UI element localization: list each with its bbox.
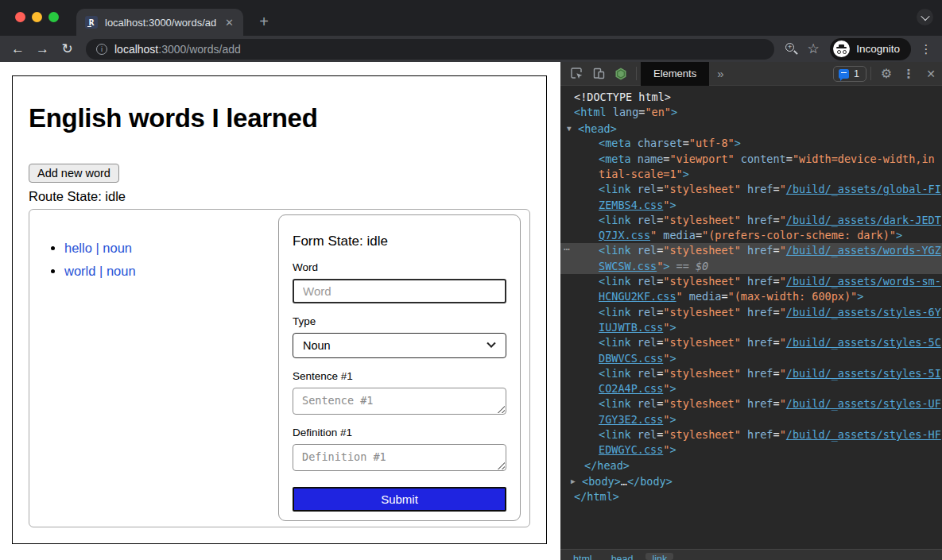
tab-title: localhost:3000/words/add [105, 17, 216, 29]
code-line[interactable]: ▶<body>…</body> [560, 473, 942, 489]
sentence-label: Sentence #1 [293, 370, 506, 382]
code-line[interactable]: <link rel="stylesheet" href="/build/_ass… [560, 213, 942, 228]
route-state-text: Route State: idle [29, 189, 530, 204]
issues-counter[interactable]: 1 [833, 66, 866, 82]
line-options-icon[interactable]: ⋯ [564, 241, 571, 257]
browser-toolbar: ← → ↻ i localhost:3000/words/add + ☆ Inc… [0, 36, 942, 62]
devtools-code: <!DOCTYPE html><html lang="en">▼<head><m… [560, 86, 942, 549]
code-line[interactable]: EDWGYC.css"> [560, 442, 942, 458]
chevron-down-icon [487, 339, 495, 348]
code-line[interactable]: SWCSW.css"> == $0 [560, 259, 942, 274]
magnifier-glass-icon: + [785, 43, 794, 52]
code-line[interactable]: <link rel="stylesheet" href="/build/_ass… [560, 274, 942, 289]
words-container: hello | nounworld | noun Form State: idl… [29, 209, 530, 527]
breadcrumb-item-link[interactable]: link [645, 553, 673, 560]
minimize-window-button[interactable] [32, 12, 42, 22]
code-line[interactable]: </html> [560, 489, 942, 504]
type-select[interactable]: Noun [293, 333, 506, 358]
zoom-icon[interactable]: + [782, 41, 800, 57]
sentence-textarea[interactable] [293, 388, 506, 415]
tab-search-button[interactable] [917, 9, 933, 25]
browser-menu-icon[interactable]: ⋮ [917, 42, 935, 56]
code-line[interactable]: <link rel="stylesheet" href="/build/_ass… [560, 366, 942, 381]
type-select-value: Noun [303, 339, 331, 352]
code-line[interactable]: DBWVCS.css"> [560, 351, 942, 366]
settings-gear-icon[interactable]: ⚙ [875, 64, 897, 84]
code-line[interactable]: <link rel="stylesheet" href="/build/_ass… [560, 396, 942, 411]
word-input[interactable] [293, 279, 506, 303]
incognito-icon [833, 41, 850, 57]
code-line[interactable]: <!DOCTYPE html> [560, 90, 942, 105]
url-path: :3000/words/add [158, 43, 241, 56]
devtools-breadcrumb: htmlheadlink [560, 549, 942, 560]
bookmark-star-icon[interactable]: ☆ [803, 41, 824, 57]
separator [870, 67, 871, 80]
forward-button[interactable]: → [32, 41, 53, 57]
code-line[interactable]: HCNGU2KF.css" media="(max-width: 600px)"… [560, 289, 942, 304]
code-line[interactable]: <meta name="viewport" content="width=dev… [560, 152, 942, 167]
inspect-element-icon[interactable] [565, 64, 587, 84]
devtools-menu-icon[interactable]: ⋮ [897, 64, 920, 84]
code-line[interactable]: </head> [560, 458, 942, 473]
devtools-toolbar: Elements » 1 ⚙ ⋮ ✕ [560, 62, 942, 86]
words-list: hello | nounworld | noun [29, 241, 136, 527]
code-line[interactable]: ▼<head> [560, 121, 942, 137]
breadcrumb-item-head[interactable]: head [605, 553, 640, 560]
tab-elements[interactable]: Elements [641, 62, 709, 86]
nodejs-icon[interactable] [610, 64, 632, 84]
code-line[interactable]: CO2A4P.css"> [560, 381, 942, 396]
url-host: localhost [114, 43, 158, 56]
word-list-item: hello | noun [64, 241, 136, 256]
code-line[interactable]: <link rel="stylesheet" href="/build/_ass… [560, 427, 942, 442]
incognito-badge[interactable]: Incognito [830, 38, 911, 60]
add-word-form: Form State: idle Word Type Noun Sentence… [278, 214, 521, 521]
device-toolbar-icon[interactable] [587, 64, 610, 84]
magnifier-handle-icon [793, 50, 798, 55]
url-text: localhost:3000/words/add [114, 43, 241, 56]
code-line[interactable]: ZEMBS4.css"> [560, 198, 942, 213]
word-list-item: world | noun [64, 264, 136, 279]
close-devtools-icon[interactable]: ✕ [920, 64, 942, 84]
code-line[interactable]: <link rel="stylesheet" href="/build/_ass… [560, 335, 942, 350]
fullscreen-window-button[interactable] [48, 12, 59, 22]
remix-favicon-icon: R [85, 16, 98, 29]
issues-count: 1 [854, 68, 859, 79]
devtools-panel: Elements » 1 ⚙ ⋮ ✕ <!DOCTYPE html><html … [560, 62, 942, 560]
code-line[interactable]: <link rel="stylesheet" href="/build/_ass… [560, 305, 942, 320]
word-label: Word [293, 261, 506, 273]
site-info-icon[interactable]: i [96, 44, 107, 55]
separator [636, 67, 637, 80]
more-tabs-icon[interactable]: » [709, 67, 731, 80]
new-tab-button[interactable]: + [254, 13, 273, 31]
close-window-button[interactable] [15, 12, 25, 22]
code-line[interactable]: <html lang="en"> [560, 105, 942, 120]
web-page: English words I learned Add new word Rou… [0, 62, 560, 560]
chevron-down-icon [921, 11, 929, 20]
add-new-word-button[interactable]: Add new word [29, 164, 119, 183]
reload-button[interactable]: ↻ [56, 41, 78, 57]
traffic-lights [15, 12, 59, 22]
breadcrumb-item-html[interactable]: html [567, 553, 599, 560]
code-line[interactable]: Q7JX.css" media="(prefers-color-scheme: … [560, 228, 942, 243]
word-link[interactable]: world | noun [64, 264, 136, 278]
definition-label: Definition #1 [293, 427, 506, 438]
type-label: Type [293, 315, 506, 327]
address-bar[interactable]: i localhost:3000/words/add [86, 39, 774, 60]
expand-arrow-icon[interactable]: ▼ [567, 121, 578, 136]
submit-button[interactable]: Submit [293, 487, 506, 512]
issues-message-icon [839, 69, 849, 79]
code-line[interactable]: 7GY3E2.css"> [560, 412, 942, 427]
collapse-arrow-icon[interactable]: ▶ [571, 473, 582, 489]
code-line[interactable]: ⋯<link rel="stylesheet" href="/build/_as… [560, 243, 942, 258]
code-line[interactable]: <meta charset="utf-8"> [560, 136, 942, 151]
form-state-text: Form State: idle [293, 234, 506, 249]
browser-tab[interactable]: R localhost:3000/words/add ✕ [76, 9, 243, 36]
word-link[interactable]: hello | noun [64, 241, 132, 255]
code-line[interactable]: IUJWTB.css"> [560, 320, 942, 335]
tab-close-icon[interactable]: ✕ [223, 17, 235, 29]
page-title: English words I learned [29, 103, 530, 133]
back-button[interactable]: ← [7, 41, 29, 57]
code-line[interactable]: tial-scale=1"> [560, 167, 942, 182]
code-line[interactable]: <link rel="stylesheet" href="/build/_ass… [560, 182, 942, 197]
definition-textarea[interactable] [293, 444, 506, 471]
